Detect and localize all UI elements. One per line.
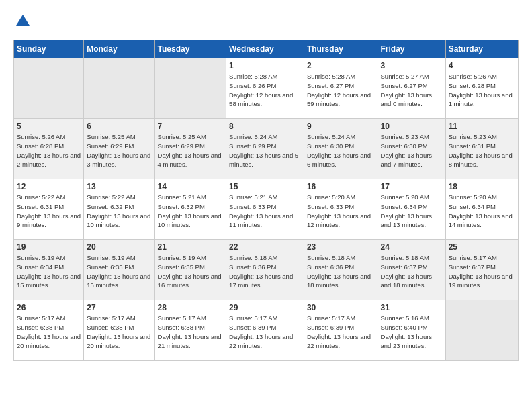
calendar-cell: 18 Sunrise: 5:20 AMSunset: 6:34 PMDaylig… [445, 179, 518, 240]
calendar-cell: 1 Sunrise: 5:28 AMSunset: 6:26 PMDayligh… [226, 58, 304, 119]
calendar-table: SundayMondayTuesdayWednesdayThursdayFrid… [13, 40, 519, 361]
week-row-3: 19 Sunrise: 5:19 AMSunset: 6:34 PMDaylig… [14, 240, 519, 300]
day-number: 21 [158, 242, 224, 252]
calendar-cell: 22 Sunrise: 5:18 AMSunset: 6:36 PMDaylig… [226, 240, 304, 300]
day-number: 17 [381, 182, 443, 191]
day-info: Sunrise: 5:17 AMSunset: 6:38 PMDaylight:… [158, 314, 222, 349]
calendar-cell: 6 Sunrise: 5:25 AMSunset: 6:29 PMDayligh… [84, 119, 154, 179]
day-number: 30 [307, 303, 375, 312]
day-number: 11 [449, 122, 515, 131]
day-info: Sunrise: 5:26 AMSunset: 6:28 PMDaylight:… [17, 133, 81, 168]
weekday-header-tuesday: Tuesday [154, 40, 226, 58]
day-info: Sunrise: 5:22 AMSunset: 6:32 PMDaylight:… [87, 193, 150, 228]
day-info: Sunrise: 5:23 AMSunset: 6:31 PMDaylight:… [449, 133, 513, 168]
calendar-cell: 21 Sunrise: 5:19 AMSunset: 6:35 PMDaylig… [154, 240, 226, 300]
day-info: Sunrise: 5:17 AMSunset: 6:38 PMDaylight:… [87, 314, 150, 349]
day-number: 5 [17, 122, 81, 131]
day-number: 25 [449, 242, 515, 252]
day-info: Sunrise: 5:26 AMSunset: 6:28 PMDaylight:… [449, 73, 513, 107]
logo-icon [15, 13, 31, 30]
weekday-header-row: SundayMondayTuesdayWednesdayThursdayFrid… [14, 40, 519, 58]
day-number: 26 [17, 303, 81, 312]
day-number: 6 [87, 122, 151, 131]
day-info: Sunrise: 5:17 AMSunset: 6:38 PMDaylight:… [17, 314, 81, 349]
calendar-cell: 17 Sunrise: 5:20 AMSunset: 6:34 PMDaylig… [378, 179, 445, 240]
day-info: Sunrise: 5:21 AMSunset: 6:32 PMDaylight:… [158, 193, 222, 228]
svg-marker-0 [16, 15, 30, 26]
day-number: 15 [229, 182, 301, 191]
day-info: Sunrise: 5:21 AMSunset: 6:33 PMDaylight:… [229, 193, 293, 228]
week-row-2: 12 Sunrise: 5:22 AMSunset: 6:31 PMDaylig… [14, 179, 519, 240]
page-header [13, 13, 519, 33]
day-info: Sunrise: 5:28 AMSunset: 6:26 PMDaylight:… [229, 73, 293, 107]
day-number: 13 [87, 182, 151, 191]
calendar-cell: 2 Sunrise: 5:28 AMSunset: 6:27 PMDayligh… [304, 58, 378, 119]
calendar-cell: 5 Sunrise: 5:26 AMSunset: 6:28 PMDayligh… [14, 119, 84, 179]
calendar-cell: 20 Sunrise: 5:19 AMSunset: 6:35 PMDaylig… [84, 240, 154, 300]
logo [13, 13, 31, 33]
week-row-4: 26 Sunrise: 5:17 AMSunset: 6:38 PMDaylig… [14, 300, 519, 361]
calendar-cell: 3 Sunrise: 5:27 AMSunset: 6:27 PMDayligh… [378, 58, 445, 119]
week-row-0: 1 Sunrise: 5:28 AMSunset: 6:26 PMDayligh… [14, 58, 519, 119]
calendar-cell: 10 Sunrise: 5:23 AMSunset: 6:30 PMDaylig… [378, 119, 445, 179]
calendar-cell: 12 Sunrise: 5:22 AMSunset: 6:31 PMDaylig… [14, 179, 84, 240]
calendar-cell: 11 Sunrise: 5:23 AMSunset: 6:31 PMDaylig… [445, 119, 518, 179]
calendar-cell [154, 58, 226, 119]
day-info: Sunrise: 5:19 AMSunset: 6:34 PMDaylight:… [17, 254, 81, 289]
day-number: 27 [87, 303, 151, 312]
day-number: 12 [17, 182, 81, 191]
calendar-cell: 23 Sunrise: 5:18 AMSunset: 6:36 PMDaylig… [304, 240, 378, 300]
day-number: 24 [381, 242, 443, 252]
day-number: 16 [307, 182, 375, 191]
calendar-cell: 24 Sunrise: 5:18 AMSunset: 6:37 PMDaylig… [378, 240, 445, 300]
day-number: 2 [307, 61, 375, 71]
logo-text [13, 13, 31, 33]
day-info: Sunrise: 5:18 AMSunset: 6:36 PMDaylight:… [307, 254, 371, 289]
day-number: 3 [381, 61, 443, 71]
calendar-cell: 14 Sunrise: 5:21 AMSunset: 6:32 PMDaylig… [154, 179, 226, 240]
calendar-cell: 26 Sunrise: 5:17 AMSunset: 6:38 PMDaylig… [14, 300, 84, 361]
day-number: 22 [229, 242, 301, 252]
day-info: Sunrise: 5:24 AMSunset: 6:30 PMDaylight:… [307, 133, 371, 168]
day-info: Sunrise: 5:19 AMSunset: 6:35 PMDaylight:… [158, 254, 222, 289]
weekday-header-thursday: Thursday [304, 40, 378, 58]
day-number: 1 [229, 61, 301, 71]
day-number: 4 [449, 61, 515, 71]
day-info: Sunrise: 5:20 AMSunset: 6:34 PMDaylight:… [381, 193, 433, 228]
calendar-cell: 30 Sunrise: 5:17 AMSunset: 6:39 PMDaylig… [304, 300, 378, 361]
weekday-header-wednesday: Wednesday [226, 40, 304, 58]
weekday-header-monday: Monday [84, 40, 154, 58]
calendar-cell: 28 Sunrise: 5:17 AMSunset: 6:38 PMDaylig… [154, 300, 226, 361]
day-number: 9 [307, 122, 375, 131]
weekday-header-sunday: Sunday [14, 40, 84, 58]
day-number: 28 [158, 303, 224, 312]
day-info: Sunrise: 5:27 AMSunset: 6:27 PMDaylight:… [381, 73, 433, 107]
calendar-cell: 31 Sunrise: 5:16 AMSunset: 6:40 PMDaylig… [378, 300, 445, 361]
day-info: Sunrise: 5:18 AMSunset: 6:37 PMDaylight:… [381, 254, 433, 289]
weekday-header-saturday: Saturday [445, 40, 518, 58]
calendar-cell: 7 Sunrise: 5:25 AMSunset: 6:29 PMDayligh… [154, 119, 226, 179]
day-info: Sunrise: 5:25 AMSunset: 6:29 PMDaylight:… [87, 133, 150, 168]
day-number: 19 [17, 242, 81, 252]
day-info: Sunrise: 5:17 AMSunset: 6:39 PMDaylight:… [307, 314, 371, 349]
day-info: Sunrise: 5:17 AMSunset: 6:37 PMDaylight:… [449, 254, 513, 289]
day-number: 20 [87, 242, 151, 252]
day-info: Sunrise: 5:24 AMSunset: 6:29 PMDaylight:… [229, 133, 298, 168]
calendar-cell: 4 Sunrise: 5:26 AMSunset: 6:28 PMDayligh… [445, 58, 518, 119]
day-info: Sunrise: 5:18 AMSunset: 6:36 PMDaylight:… [229, 254, 293, 289]
calendar-cell: 25 Sunrise: 5:17 AMSunset: 6:37 PMDaylig… [445, 240, 518, 300]
day-info: Sunrise: 5:23 AMSunset: 6:30 PMDaylight:… [381, 133, 433, 168]
day-info: Sunrise: 5:19 AMSunset: 6:35 PMDaylight:… [87, 254, 150, 289]
calendar-cell: 8 Sunrise: 5:24 AMSunset: 6:29 PMDayligh… [226, 119, 304, 179]
day-number: 8 [229, 122, 301, 131]
day-info: Sunrise: 5:16 AMSunset: 6:40 PMDaylight:… [381, 314, 433, 349]
calendar-cell: 13 Sunrise: 5:22 AMSunset: 6:32 PMDaylig… [84, 179, 154, 240]
calendar-cell [445, 300, 518, 361]
day-info: Sunrise: 5:20 AMSunset: 6:34 PMDaylight:… [449, 193, 513, 228]
calendar-cell: 27 Sunrise: 5:17 AMSunset: 6:38 PMDaylig… [84, 300, 154, 361]
calendar-cell: 9 Sunrise: 5:24 AMSunset: 6:30 PMDayligh… [304, 119, 378, 179]
day-info: Sunrise: 5:20 AMSunset: 6:33 PMDaylight:… [307, 193, 371, 228]
day-info: Sunrise: 5:22 AMSunset: 6:31 PMDaylight:… [17, 193, 81, 228]
day-number: 14 [158, 182, 224, 191]
calendar-cell [14, 58, 84, 119]
